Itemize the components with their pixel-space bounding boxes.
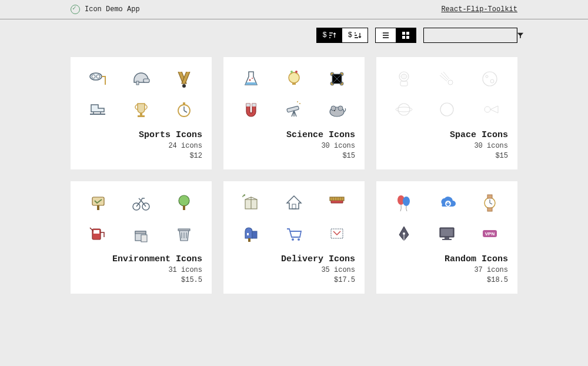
dollar-label: $ bbox=[323, 31, 327, 39]
dollar-label: $ bbox=[348, 31, 352, 39]
search-input[interactable] bbox=[424, 28, 516, 42]
stamp-icon bbox=[325, 221, 349, 246]
mouse-icon bbox=[325, 97, 349, 122]
card-price: $15 bbox=[386, 152, 508, 160]
card-grid: Sports Icons24 icons$12Science Icons30 i… bbox=[0, 43, 588, 308]
card-title: Delivery Icons bbox=[233, 254, 355, 264]
house-icon bbox=[282, 191, 306, 215]
planet-icon bbox=[392, 97, 416, 122]
icon-set-card[interactable]: Random Icons37 icons$18.5 bbox=[376, 181, 517, 294]
card-price: $15 bbox=[233, 152, 355, 160]
flask-icon bbox=[239, 66, 263, 91]
card-count: 35 icons bbox=[233, 266, 355, 274]
hockey-icon bbox=[172, 66, 196, 91]
card-title: Sports Icons bbox=[80, 130, 202, 140]
icon-preview-grid bbox=[80, 191, 202, 246]
molecule-icon bbox=[325, 66, 349, 91]
trophy-icon bbox=[129, 97, 153, 122]
card-count: 31 icons bbox=[80, 266, 202, 274]
card-price: $12 bbox=[80, 152, 202, 160]
idea-icon bbox=[282, 66, 306, 91]
stopwatch-icon bbox=[172, 97, 196, 122]
comet-icon bbox=[435, 66, 459, 91]
card-count: 30 icons bbox=[233, 142, 355, 150]
telescope-icon bbox=[282, 97, 306, 122]
scale-icon bbox=[325, 191, 349, 215]
sort-asc-icon bbox=[328, 31, 336, 39]
helmet-icon bbox=[129, 66, 153, 91]
card-title: Environment Icons bbox=[80, 254, 202, 264]
magnet-icon bbox=[239, 97, 263, 122]
icon-set-card[interactable]: Delivery Icons35 icons$17.5 bbox=[223, 181, 365, 294]
card-title: Space Icons bbox=[386, 130, 508, 140]
sign-icon bbox=[86, 191, 111, 215]
list-view-button[interactable] bbox=[376, 28, 396, 42]
card-count: 37 icons bbox=[386, 266, 508, 274]
header-left: Icon Demo App bbox=[71, 5, 140, 14]
cloud-download-icon bbox=[435, 191, 459, 215]
planet2-icon bbox=[435, 97, 459, 122]
filter-button[interactable] bbox=[516, 28, 524, 42]
mailbox-icon bbox=[239, 221, 263, 246]
grid-view-button[interactable] bbox=[396, 28, 416, 42]
icon-preview-grid bbox=[386, 66, 508, 122]
icon-preview-grid bbox=[233, 66, 355, 122]
card-title: Science Icons bbox=[233, 130, 355, 140]
card-count: 24 icons bbox=[80, 142, 202, 150]
pen-nib-icon bbox=[392, 221, 416, 246]
vpn-icon bbox=[477, 221, 502, 246]
trash-icon bbox=[172, 221, 196, 246]
filter-icon bbox=[517, 32, 524, 39]
box-icon bbox=[239, 191, 263, 215]
astronaut-icon bbox=[392, 66, 416, 91]
cart-icon bbox=[282, 221, 306, 246]
icon-set-card[interactable]: Science Icons30 icons$15 bbox=[223, 57, 365, 169]
logo-icon bbox=[71, 5, 80, 14]
toolbar: $ $ bbox=[0, 19, 588, 43]
sort-desc-icon bbox=[353, 31, 362, 39]
icon-preview-grid bbox=[80, 66, 202, 122]
tree-icon bbox=[172, 191, 196, 215]
moon-icon bbox=[477, 66, 502, 91]
snorkel-icon bbox=[86, 66, 111, 91]
card-price: $15.5 bbox=[80, 276, 202, 284]
icon-set-card[interactable]: Sports Icons24 icons$12 bbox=[71, 57, 212, 169]
icon-set-card[interactable]: Environment Icons31 icons$15.5 bbox=[71, 181, 212, 294]
card-price: $17.5 bbox=[233, 276, 355, 284]
grid-view-icon bbox=[402, 31, 410, 39]
fuel-icon bbox=[86, 221, 111, 246]
sort-price-asc-button[interactable]: $ bbox=[317, 28, 342, 42]
list-view-icon bbox=[382, 31, 390, 39]
card-price: $18.5 bbox=[386, 276, 508, 284]
icon-preview-grid bbox=[386, 191, 508, 246]
app-title: Icon Demo App bbox=[85, 5, 140, 14]
balloons-icon bbox=[392, 191, 416, 215]
icon-set-card[interactable]: Space Icons30 icons$15 bbox=[376, 57, 517, 169]
sort-price-desc-button[interactable]: $ bbox=[342, 28, 368, 42]
card-title: Random Icons bbox=[386, 254, 508, 264]
icon-preview-grid bbox=[233, 191, 355, 246]
monitor-icon bbox=[435, 221, 459, 246]
react-flip-toolkit-link[interactable]: React-Flip-Toolkit bbox=[441, 5, 517, 14]
search-wrap bbox=[423, 28, 517, 43]
sort-button-group: $ $ bbox=[316, 28, 368, 43]
card-count: 30 icons bbox=[386, 142, 508, 150]
skate-icon bbox=[86, 97, 111, 122]
watch-icon bbox=[477, 191, 502, 215]
satellite-icon bbox=[477, 97, 502, 122]
recycle-bin-icon bbox=[129, 221, 153, 246]
header: Icon Demo App React-Flip-Toolkit bbox=[0, 0, 588, 19]
view-button-group bbox=[375, 28, 416, 43]
bicycle-icon bbox=[129, 191, 153, 215]
